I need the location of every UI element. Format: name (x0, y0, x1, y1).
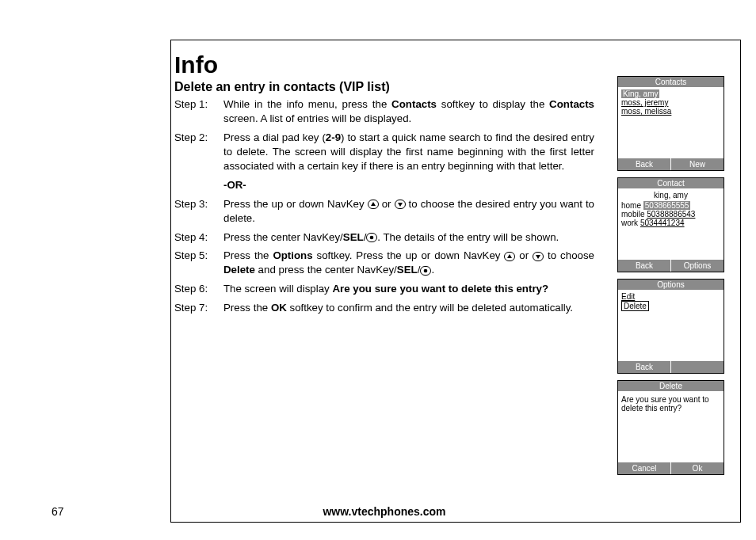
page-title: Info (174, 51, 594, 78)
section-title: Delete an entry in contacts (VIP list) (174, 80, 594, 94)
step-body: While in the info menu, press the Contac… (223, 97, 594, 126)
step-body: The screen will display Are you sure you… (223, 282, 594, 296)
step-label: Step 7: (174, 301, 223, 315)
footer-url: www.vtechphones.com (170, 505, 598, 518)
step-label: Step 6: (174, 282, 223, 296)
menu-item[interactable]: Edit (621, 292, 720, 301)
step: Step 3:Press the up or down NavKey or to… (174, 197, 594, 226)
screen-title: Contacts (618, 77, 724, 87)
screen-title: Contact (618, 178, 724, 188)
svg-point-3 (370, 236, 374, 240)
contact-number-row[interactable]: home 5038665555 (621, 201, 720, 210)
screen-title: Options (618, 280, 724, 290)
step: Step 1:While in the info menu, press the… (174, 97, 594, 126)
screen-title: Delete (618, 381, 724, 391)
list-item[interactable]: King, amy (621, 89, 720, 98)
step-body: Press the up or down NavKey or to choose… (223, 197, 594, 226)
softkey-bar: Back New (618, 158, 724, 170)
main-column: Info Delete an entry in contacts (VIP li… (174, 51, 594, 320)
contact-number-row[interactable]: mobile 50388886543 (621, 210, 720, 219)
softkey-right[interactable]: New (670, 158, 724, 170)
step-body: Press the Options softkey. Press the up … (223, 249, 594, 277)
step: Step 6:The screen will display Are you s… (174, 282, 594, 296)
softkey-left[interactable]: Back (618, 158, 670, 170)
softkey-left[interactable]: Cancel (618, 462, 670, 474)
list-item[interactable]: moss, melissa (621, 107, 720, 116)
softkey-right (670, 361, 724, 373)
screen-contact: Contact king, amyhome 5038665555mobile 5… (617, 177, 724, 272)
step-label: Step 2: (174, 131, 223, 173)
step: Step 5:Press the Options softkey. Press … (174, 249, 594, 277)
screen-body: Are you sure you want to delete this ent… (618, 391, 724, 462)
screen-contacts: Contacts King, amymoss, jeremymoss, meli… (617, 76, 724, 171)
step-label: Step 4: (174, 230, 223, 245)
contact-number-row[interactable]: work 5034441234 (621, 219, 720, 227)
step: Step 7:Press the OK softkey to confirm a… (174, 301, 594, 315)
softkey-left[interactable]: Back (618, 361, 670, 373)
step-body: Press a dial pad key (2-9) to start a qu… (223, 131, 594, 173)
menu-item[interactable]: Delete (621, 301, 720, 311)
screen-options: Options EditDelete Back (617, 279, 724, 374)
softkey-right[interactable]: Options (670, 260, 724, 272)
list-item[interactable]: moss, jeremy (621, 98, 720, 107)
step: Step 2:Press a dial pad key (2-9) to sta… (174, 131, 594, 173)
step-body: Press the OK softkey to confirm and the … (223, 301, 594, 315)
softkey-bar: Cancel Ok (618, 462, 724, 474)
page-number: 67 (52, 505, 64, 518)
step: Step 4:Press the center NavKey/SEL/. The… (174, 230, 594, 245)
softkey-bar: Back Options (618, 260, 724, 272)
contact-name: king, amy (621, 191, 720, 200)
step-label: Step 1: (174, 97, 223, 126)
softkey-left[interactable]: Back (618, 260, 670, 272)
softkey-right[interactable]: Ok (670, 462, 724, 474)
steps-list: Step 1:While in the info menu, press the… (174, 97, 594, 315)
step-or: -OR- (223, 178, 594, 192)
screen-body: EditDelete (618, 290, 724, 361)
step-label: Step 3: (174, 197, 223, 226)
screen-body: king, amyhome 5038665555mobile 503888865… (618, 188, 724, 260)
screen-body: King, amymoss, jeremymoss, melissa (618, 87, 724, 158)
phone-screens-column: Contacts King, amymoss, jeremymoss, meli… (617, 76, 724, 481)
step-label: Step 5: (174, 249, 223, 277)
manual-page: Info Delete an entry in contacts (VIP li… (0, 0, 756, 540)
softkey-bar: Back (618, 361, 724, 373)
confirm-message: Are you sure you want to delete this ent… (621, 394, 720, 413)
svg-point-7 (424, 269, 428, 273)
screen-delete: Delete Are you sure you want to delete t… (617, 380, 724, 475)
step-body: Press the center NavKey/SEL/. The detail… (223, 230, 594, 245)
